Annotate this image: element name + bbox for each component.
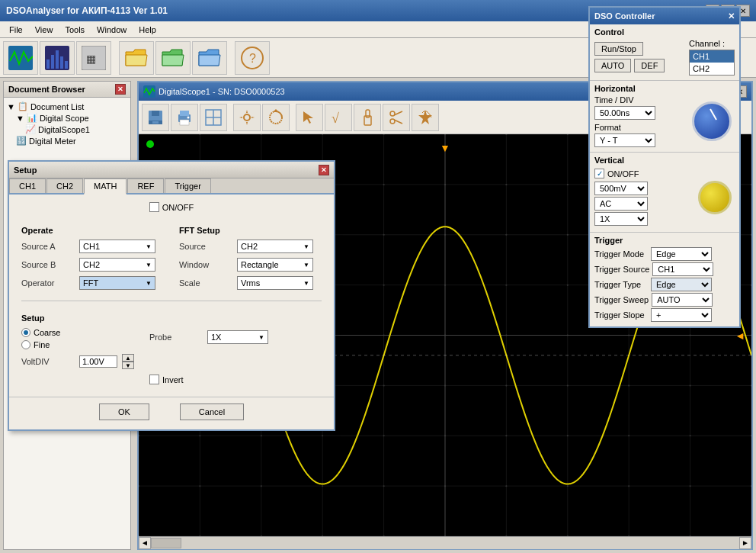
inner-config-btn[interactable] <box>233 104 261 131</box>
h-scrollbar[interactable]: ◄ ► <box>139 536 751 548</box>
tree-root-toggle[interactable]: ▼ 📋 Document List <box>7 101 127 112</box>
trigger-source-row: Trigger Source CH1 <box>594 262 735 276</box>
setup-tab-bar: CH1 CH2 MATH REF Trigger <box>9 178 334 195</box>
scroll-left-btn[interactable]: ◄ <box>139 537 151 549</box>
menu-file[interactable]: File <box>3 24 29 36</box>
tree-digital-scope[interactable]: ▼ 📊 Digital Scope <box>7 112 127 124</box>
dso-control-title: Control <box>594 27 735 37</box>
toolbar-save-btn[interactable] <box>192 41 227 75</box>
dso-left-controls: Run/Stop AUTO DEF <box>594 40 686 74</box>
source-b-select[interactable]: CH2 ▼ <box>79 258 155 272</box>
on-off-checkbox[interactable] <box>149 202 159 212</box>
tab-ch1[interactable]: CH1 <box>9 178 46 193</box>
trigger-slope-row: Trigger Slope + <box>594 308 735 322</box>
window-select[interactable]: Rectangle ▼ <box>237 258 313 272</box>
expand-icon: ▼ <box>7 102 15 111</box>
horizontal-knob[interactable] <box>692 101 732 141</box>
coarse-radio[interactable] <box>21 328 30 337</box>
setup-close-btn[interactable]: ✕ <box>319 165 329 175</box>
probe-setup-label: Probe <box>149 333 203 342</box>
menu-help[interactable]: Help <box>133 24 162 36</box>
toolbar-open-btn[interactable] <box>155 41 191 75</box>
trigger-source-label: Trigger Source <box>594 265 649 274</box>
toolbar-help-btn[interactable]: ? <box>235 41 270 75</box>
fine-radio[interactable] <box>21 340 30 349</box>
toolbar-waveform-btn[interactable] <box>3 41 38 75</box>
vertical-knob-container <box>695 178 735 217</box>
fft-source-select[interactable]: CH2 ▼ <box>237 240 313 253</box>
inner-save-btn[interactable] <box>142 104 169 131</box>
vertical-on-off-checkbox[interactable]: ✓ <box>594 169 604 178</box>
dso-controller-close[interactable]: ✕ <box>728 11 735 21</box>
trigger-type-select[interactable]: Edge <box>651 278 712 291</box>
inner-refresh-btn[interactable] <box>262 104 290 131</box>
svg-rect-16 <box>152 121 159 124</box>
format-select[interactable]: Y - T <box>594 133 655 147</box>
tab-ch2[interactable]: CH2 <box>46 178 83 193</box>
tree-digitalscope1[interactable]: 📈 DigitalScope1 <box>7 124 127 135</box>
run-stop-button[interactable]: Run/Stop <box>594 42 643 56</box>
tab-ref[interactable]: REF <box>127 178 164 193</box>
fine-row: Fine <box>21 340 134 349</box>
toolbar-meter-btn[interactable]: ▦ <box>76 41 111 75</box>
tab-math[interactable]: MATH <box>84 178 127 195</box>
dso-controller-title: DSO Controller ✕ <box>590 8 739 24</box>
scale-arrow: ▼ <box>303 280 309 287</box>
scale-select[interactable]: Vrms ▼ <box>237 276 313 290</box>
dso-horizontal-title: Horizontal <box>594 84 735 93</box>
probe-setup-select[interactable]: 1X ▼ <box>207 330 268 344</box>
dso-trigger-title: Trigger <box>594 236 735 245</box>
toolbar-spectrum-btn[interactable] <box>40 41 75 75</box>
volt-down-btn[interactable]: ▼ <box>122 362 134 369</box>
scroll-right-btn[interactable]: ► <box>739 537 751 549</box>
svg-rect-14 <box>152 111 159 116</box>
fine-label: Fine <box>34 340 50 349</box>
inner-scissors-btn[interactable] <box>383 104 410 131</box>
scroll-thumb[interactable] <box>151 538 181 548</box>
trigger-mode-select[interactable]: Edge <box>651 247 712 261</box>
trigger-source-select[interactable]: CH1 <box>652 262 713 276</box>
probe-select-v[interactable]: 1X <box>594 212 648 226</box>
tab-trigger[interactable]: Trigger <box>165 178 210 193</box>
fft-source-arrow: ▼ <box>303 243 309 250</box>
coupling-select[interactable]: AC <box>594 197 648 211</box>
channel-ch1[interactable]: CH1 <box>690 50 734 63</box>
document-browser-close[interactable]: ✕ <box>115 84 126 95</box>
inner-special-btn[interactable] <box>412 104 439 131</box>
scroll-track[interactable] <box>151 537 739 549</box>
source-a-select[interactable]: CH1 ▼ <box>79 240 155 253</box>
svg-text:√: √ <box>332 111 339 126</box>
ok-button[interactable]: OK <box>99 403 149 420</box>
invert-checkbox[interactable] <box>149 375 159 384</box>
time-div-select[interactable]: 50.00ns <box>594 106 655 120</box>
knob-indicator <box>710 109 717 121</box>
menu-view[interactable]: View <box>29 24 59 36</box>
trigger-slope-select[interactable]: + <box>651 308 712 322</box>
inner-math-btn[interactable]: √ <box>325 104 352 131</box>
time-div-controls: Time / DIV 50.00ns Format Y - T <box>594 95 686 147</box>
inner-cursor-btn[interactable] <box>296 104 323 131</box>
voltdiv-input[interactable] <box>79 355 117 368</box>
radio-col: Coarse Fine VoltDIV ▲ ▼ <box>21 326 134 384</box>
inner-print-btn[interactable] <box>171 104 198 131</box>
volt-up-btn[interactable]: ▲ <box>122 354 134 362</box>
auto-button[interactable]: AUTO <box>594 59 631 72</box>
probe-invert-col: Probe 1X ▼ Invert <box>149 326 268 384</box>
inner-tools-btn[interactable] <box>354 104 381 131</box>
channel-ch2[interactable]: CH2 <box>690 63 734 75</box>
def-button[interactable]: DEF <box>634 59 665 72</box>
menu-tools[interactable]: Tools <box>59 24 91 36</box>
svg-rect-4 <box>56 50 59 69</box>
toolbar-folder-btn[interactable] <box>119 41 154 75</box>
svg-marker-25 <box>273 109 279 112</box>
operator-select[interactable]: FFT ▼ <box>79 276 155 290</box>
inner-layout-btn[interactable] <box>200 104 227 131</box>
cancel-button[interactable]: Cancel <box>180 403 244 420</box>
coupling-row: AC <box>594 197 692 211</box>
menu-window[interactable]: Window <box>91 24 133 36</box>
trigger-sweep-select[interactable]: AUTO <box>652 293 713 307</box>
volt-select[interactable]: 500mV <box>594 182 648 195</box>
horizontal-knob-container <box>689 98 735 144</box>
vertical-knob[interactable] <box>698 181 732 214</box>
tree-digital-meter[interactable]: 🔢 Digital Meter <box>7 135 127 146</box>
